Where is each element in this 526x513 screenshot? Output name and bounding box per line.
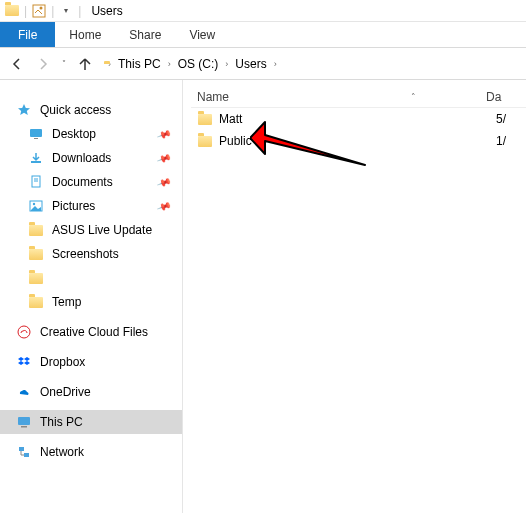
column-header-row: Name ˄ Da bbox=[191, 86, 526, 108]
svg-point-10 bbox=[18, 326, 30, 338]
ribbon: File Home Share View bbox=[0, 22, 526, 48]
chevron-right-icon[interactable]: › bbox=[168, 59, 171, 69]
folder-icon bbox=[28, 270, 44, 286]
up-button[interactable] bbox=[74, 53, 96, 75]
svg-rect-13 bbox=[19, 447, 24, 451]
sidebar-item-label: Desktop bbox=[52, 127, 96, 141]
properties-icon[interactable] bbox=[31, 3, 47, 19]
tab-home[interactable]: Home bbox=[55, 22, 115, 47]
creative-cloud-icon bbox=[16, 324, 32, 340]
sidebar-root-label: Dropbox bbox=[40, 355, 85, 369]
downloads-icon bbox=[28, 150, 44, 166]
sidebar-item-label: Temp bbox=[52, 295, 81, 309]
breadcrumb-segment[interactable]: Users bbox=[232, 57, 269, 71]
title-bar: | | ▾ | Users bbox=[0, 0, 526, 22]
quick-access-label: Quick access bbox=[40, 103, 111, 117]
address-bar[interactable]: › This PC › OS (C:) › Users › bbox=[100, 53, 520, 75]
file-date: 1/ bbox=[496, 134, 526, 148]
sidebar-item-desktop[interactable]: Desktop 📌 bbox=[0, 122, 182, 146]
sidebar-item-label: Downloads bbox=[52, 151, 111, 165]
svg-rect-12 bbox=[21, 426, 27, 428]
sidebar-item-label: Screenshots bbox=[52, 247, 119, 261]
svg-point-9 bbox=[33, 203, 35, 205]
svg-rect-3 bbox=[34, 138, 38, 139]
dropdown-icon[interactable]: ▾ bbox=[58, 3, 74, 19]
navigation-pane: Quick access Desktop 📌 Downloads 📌 Docum… bbox=[0, 80, 183, 513]
file-name: Public bbox=[219, 134, 252, 148]
sidebar-item-folder[interactable]: ASUS Live Update bbox=[0, 218, 182, 242]
column-header-name[interactable]: Name bbox=[191, 90, 341, 104]
sidebar-item-documents[interactable]: Documents 📌 bbox=[0, 170, 182, 194]
desktop-icon bbox=[28, 126, 44, 142]
breadcrumb-segment[interactable]: OS (C:) bbox=[175, 57, 222, 71]
svg-rect-14 bbox=[24, 453, 29, 457]
svg-point-1 bbox=[40, 6, 43, 9]
chevron-right-icon[interactable]: › bbox=[274, 59, 277, 69]
folder-icon bbox=[28, 222, 44, 238]
pin-icon: 📌 bbox=[156, 198, 172, 213]
this-pc-icon bbox=[16, 414, 32, 430]
svg-rect-2 bbox=[30, 129, 42, 137]
breadcrumb-segment[interactable]: This PC bbox=[115, 57, 164, 71]
dropbox-icon bbox=[16, 354, 32, 370]
documents-icon bbox=[28, 174, 44, 190]
content-pane: Name ˄ Da Matt 5/ Public 1/ bbox=[183, 80, 526, 513]
sidebar-item-folder[interactable]: Screenshots bbox=[0, 242, 182, 266]
sidebar-root-dropbox[interactable]: Dropbox bbox=[0, 350, 182, 374]
sidebar-item-label: ASUS Live Update bbox=[52, 223, 152, 237]
sidebar-root-label: Network bbox=[40, 445, 84, 459]
sidebar-root-this-pc[interactable]: This PC bbox=[0, 410, 182, 434]
separator: | bbox=[78, 4, 81, 18]
pin-icon: 📌 bbox=[156, 150, 172, 165]
forward-button[interactable] bbox=[32, 53, 54, 75]
separator: | bbox=[51, 4, 54, 18]
back-button[interactable] bbox=[6, 53, 28, 75]
folder-icon bbox=[197, 133, 213, 149]
chevron-right-icon[interactable]: › bbox=[225, 59, 228, 69]
sidebar-root-network[interactable]: Network bbox=[0, 440, 182, 464]
tab-share[interactable]: Share bbox=[115, 22, 175, 47]
folder-icon bbox=[4, 3, 20, 19]
sidebar-item-downloads[interactable]: Downloads 📌 bbox=[0, 146, 182, 170]
sidebar-root-onedrive[interactable]: OneDrive bbox=[0, 380, 182, 404]
star-icon bbox=[16, 102, 32, 118]
pin-icon: 📌 bbox=[156, 174, 172, 189]
network-icon bbox=[16, 444, 32, 460]
sidebar-item-pictures[interactable]: Pictures 📌 bbox=[0, 194, 182, 218]
file-name: Matt bbox=[219, 112, 242, 126]
body: Quick access Desktop 📌 Downloads 📌 Docum… bbox=[0, 80, 526, 513]
tab-view[interactable]: View bbox=[175, 22, 229, 47]
svg-rect-11 bbox=[18, 417, 30, 425]
separator: | bbox=[24, 4, 27, 18]
pin-icon: 📌 bbox=[156, 126, 172, 141]
folder-icon bbox=[28, 246, 44, 262]
svg-rect-4 bbox=[31, 161, 41, 163]
sidebar-item-label: Documents bbox=[52, 175, 113, 189]
sidebar-item-folder[interactable] bbox=[0, 266, 182, 290]
quick-access[interactable]: Quick access bbox=[0, 98, 182, 122]
list-item[interactable]: Public 1/ bbox=[191, 130, 526, 152]
file-date: 5/ bbox=[496, 112, 526, 126]
sidebar-root-label: OneDrive bbox=[40, 385, 91, 399]
sidebar-root-creative-cloud[interactable]: Creative Cloud Files bbox=[0, 320, 182, 344]
recent-dropdown[interactable]: ˅ bbox=[58, 53, 70, 75]
sidebar-root-label: Creative Cloud Files bbox=[40, 325, 148, 339]
file-tab[interactable]: File bbox=[0, 22, 55, 47]
onedrive-icon bbox=[16, 384, 32, 400]
navigation-bar: ˅ › This PC › OS (C:) › Users › bbox=[0, 48, 526, 80]
pictures-icon bbox=[28, 198, 44, 214]
column-header-date[interactable]: Da bbox=[486, 90, 526, 104]
sidebar-root-label: This PC bbox=[40, 415, 83, 429]
sidebar-item-label: Pictures bbox=[52, 199, 95, 213]
list-item[interactable]: Matt 5/ bbox=[191, 108, 526, 130]
folder-icon bbox=[197, 111, 213, 127]
folder-icon bbox=[28, 294, 44, 310]
sidebar-item-folder[interactable]: Temp bbox=[0, 290, 182, 314]
sort-indicator-icon: ˄ bbox=[341, 92, 486, 102]
window-title: Users bbox=[91, 4, 122, 18]
